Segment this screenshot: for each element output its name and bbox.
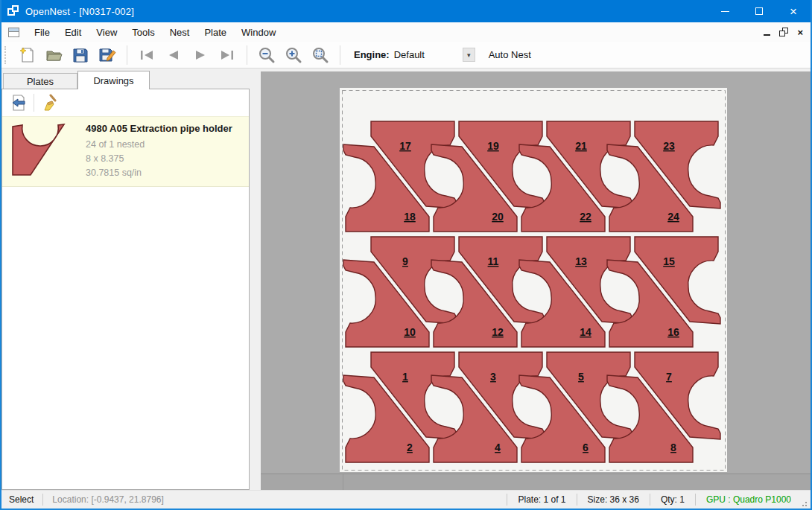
drawing-area: 30.7815 sq/in	[86, 166, 232, 180]
toolbar-separator	[247, 45, 247, 65]
part-number-label: 14	[580, 326, 591, 338]
next-plate-button[interactable]	[189, 44, 212, 66]
menu-nest[interactable]: Nest	[162, 24, 197, 41]
part-number-label: 24	[667, 211, 679, 223]
zoom-out-button[interactable]	[256, 44, 278, 66]
new-file-button[interactable]	[16, 44, 38, 66]
maximize-button[interactable]	[742, 0, 776, 22]
resize-grip[interactable]	[799, 498, 808, 507]
drawing-list-item[interactable]: 4980 A05 Extraction pipe holder 24 of 1 …	[2, 116, 249, 187]
zoom-out-icon	[258, 46, 276, 64]
part-number-label: 4	[495, 442, 501, 453]
part-number-label: 1	[402, 371, 408, 383]
title-bar: OpenNest - [N0317-002] ×	[1, 0, 811, 22]
toolbar-separator	[127, 45, 127, 65]
part-number-label: 2	[407, 442, 413, 453]
page-back-arrow-icon	[10, 94, 28, 112]
app-window: OpenNest - [N0317-002] × File Edit View …	[0, 0, 812, 510]
save-button[interactable]	[69, 44, 92, 66]
part-number-label: 23	[663, 140, 675, 152]
first-plate-button[interactable]	[136, 44, 158, 66]
part-number-label: 6	[583, 442, 589, 453]
drawings-toolbar	[2, 89, 249, 116]
engine-label: Engine:	[354, 49, 390, 60]
part-number-label: 7	[666, 371, 672, 383]
toolbar-separator	[340, 45, 340, 65]
close-icon: ×	[790, 5, 797, 18]
previous-plate-button[interactable]	[162, 44, 185, 66]
menu-view[interactable]: View	[89, 24, 124, 41]
previous-arrow-icon	[165, 46, 183, 64]
last-plate-button[interactable]	[216, 44, 238, 66]
open-folder-icon	[45, 46, 63, 64]
save-edit-icon	[98, 46, 116, 64]
menu-bar: File Edit View Tools Nest Plate Window ×	[1, 22, 811, 42]
drawing-thumbnail	[10, 121, 74, 178]
menu-plate[interactable]: Plate	[197, 24, 234, 41]
part-number-label: 5	[578, 371, 584, 383]
status-size: Size: 36 x 36	[577, 494, 650, 505]
menu-window[interactable]: Window	[234, 24, 283, 41]
nest-canvas[interactable]: 171819202122232491011121314151612345678	[261, 71, 811, 490]
left-panel: Plates Drawings	[1, 71, 250, 490]
next-arrow-icon	[191, 46, 209, 64]
zoom-fit-button[interactable]	[309, 44, 332, 66]
save-as-button[interactable]	[96, 44, 118, 66]
part-number-label: 19	[487, 140, 499, 152]
mdi-restore-icon[interactable]	[779, 28, 788, 36]
app-icon	[7, 5, 19, 17]
part-number-label: 18	[404, 211, 416, 223]
menu-tools[interactable]: Tools	[124, 24, 162, 41]
part-number-label: 9	[402, 255, 408, 267]
main-toolbar: Engine: Default ▾ Auto Nest	[1, 42, 811, 68]
broom-icon	[40, 94, 58, 112]
menu-file[interactable]: File	[27, 24, 57, 41]
part-number-label: 16	[667, 326, 679, 338]
first-arrow-icon	[138, 46, 156, 64]
save-icon	[72, 46, 89, 64]
drawing-list-empty-area	[2, 187, 249, 489]
panel-splitter[interactable]	[250, 71, 261, 490]
nest-view: 171819202122232491011121314151612345678	[261, 71, 811, 490]
maximize-icon	[755, 7, 763, 15]
engine-dropdown-arrow[interactable]: ▾	[463, 48, 475, 62]
tab-plates[interactable]: Plates	[3, 73, 77, 89]
return-drawing-button[interactable]	[8, 92, 29, 113]
drawing-title: 4980 A05 Extraction pipe holder	[86, 123, 232, 134]
tab-drawings[interactable]: Drawings	[77, 71, 150, 89]
part-number-label: 11	[488, 255, 499, 267]
part-number-label: 15	[663, 255, 675, 267]
mdi-close-icon[interactable]: ×	[797, 28, 803, 37]
zoom-in-button[interactable]	[282, 44, 305, 66]
drawing-size: 8 x 8.375	[86, 152, 232, 166]
part-number-label: 21	[575, 140, 587, 152]
part-number-label: 10	[404, 326, 416, 338]
open-button[interactable]	[42, 44, 65, 66]
minimize-icon	[721, 11, 729, 12]
new-file-icon	[18, 46, 36, 64]
part-number-label: 20	[492, 211, 504, 223]
part-number-label: 3	[490, 371, 496, 383]
status-mode: Select	[1, 494, 42, 505]
panel-toolbar-separator	[34, 94, 34, 112]
engine-select[interactable]: Default	[394, 49, 463, 60]
mdi-minimize-icon[interactable]	[764, 34, 770, 36]
menu-edit[interactable]: Edit	[57, 24, 89, 41]
part-number-label: 13	[575, 255, 587, 267]
close-button[interactable]: ×	[776, 0, 811, 22]
part-number-label: 8	[670, 442, 676, 453]
clear-drawings-button[interactable]	[39, 92, 60, 113]
toolbar-grip	[4, 46, 9, 64]
status-bar: Select Location: [-0.9437, 21.8796] Plat…	[1, 490, 811, 509]
part-number-label: 12	[492, 326, 504, 338]
zoom-in-icon	[285, 46, 302, 64]
status-qty: Qty: 1	[650, 494, 695, 505]
zoom-fit-icon	[311, 46, 329, 64]
part-number-label: 17	[399, 140, 411, 152]
minimize-button[interactable]	[708, 0, 742, 22]
part-number-label: 22	[580, 211, 591, 223]
drawing-nested-count: 24 of 1 nested	[86, 138, 232, 152]
auto-nest-button[interactable]: Auto Nest	[483, 45, 537, 64]
mdi-child-icon[interactable]	[8, 28, 19, 37]
last-arrow-icon	[218, 46, 236, 64]
